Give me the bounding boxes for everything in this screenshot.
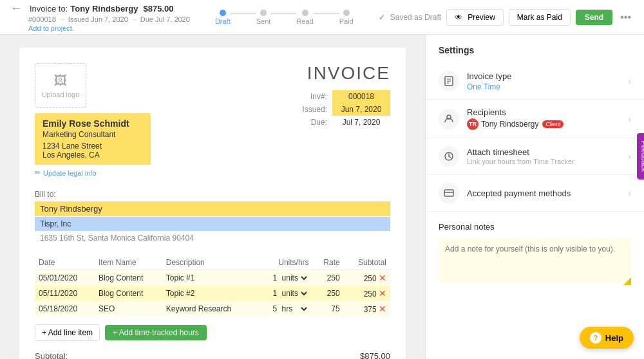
timesheet-content: Attach timesheet Link your hours from Ti… [467,147,628,165]
title-row: ← Invoice to: Tony Rindsbergy $875.00 [10,2,190,15]
unit-type-select[interactable]: units hrs [279,304,309,314]
app-container: ← Invoice to: Tony Rindsbergy $875.00 #0… [0,0,644,359]
cell-rate: 75 [313,301,344,317]
update-legal-link[interactable]: ✏ Update legal info [35,169,151,177]
step-dot-draft [220,10,226,16]
notes-corner [439,238,631,285]
cell-desc: Topic #1 [162,270,256,286]
cell-desc: Topic #2 [162,286,256,301]
cell-units: 5 units hrs [256,301,313,317]
add-line-row: + Add line item + Add time-tracked hours [35,324,390,341]
timesheet-chevron: › [628,151,631,161]
check-icon: ✓ [379,13,385,22]
more-options-button[interactable]: ••• [618,9,634,26]
logo-upload[interactable]: 🖼 Upload logo [35,63,86,108]
step-line-3 [314,13,339,14]
step-label-read: Read [296,17,313,25]
add-project-link[interactable]: Add to project. [28,24,74,32]
client-info-block: Emily Rose Schmidt Marketing Consultant … [35,113,151,165]
invoice-client-name: Tony Rindsbergy [70,4,138,14]
bill-company: Tispr, Inc [35,217,390,231]
invoice-type-section: Invoice type One Time › [426,63,644,100]
help-button[interactable]: ? Help [580,327,634,349]
cell-date: 05/01/2020 [35,270,95,286]
settings-panel: Settings Invoice type One Time › [425,35,644,359]
remove-row-button[interactable]: ✕ [379,304,386,314]
unit-type-select[interactable]: units hrs [279,288,309,299]
invoice-amount: $875.00 [143,4,173,14]
cell-units: 1 units hrs [256,286,313,301]
invoice-number: #000018 [28,15,56,23]
cell-subtotal: 250 ✕ [344,286,390,301]
preview-button[interactable]: 👁 Preview [446,9,504,26]
payment-methods-item[interactable]: Accepted payment methods › [426,175,644,211]
recipient-name: Tony Rindsbergy [481,120,538,129]
col-units: Units/hrs [256,255,313,270]
step-line-1 [231,13,256,14]
subtotal-value: $875.00 [360,351,390,359]
cell-item: Blog Content [95,286,162,301]
invoice-header: 🖼 Upload logo Emily Rose Schmidt Marketi… [35,63,390,177]
personal-notes-title: Personal notes [439,222,631,232]
back-button[interactable]: ← [10,2,22,15]
help-icon: ? [590,332,601,344]
payment-methods-content: Accepted payment methods [467,189,628,198]
add-project-row: Add to project. [28,23,190,33]
personal-notes-textarea[interactable] [439,238,631,283]
inv-value: 000018 [332,90,390,103]
inv-label: Inv#: [302,90,332,103]
cell-desc: Keyword Research [162,301,256,317]
invoice-right: INVOICE Inv#: 000018 Issued: Jun 7, 2020 [302,63,390,129]
remove-row-button[interactable]: ✕ [379,288,386,299]
step-sent: Sent [256,10,271,25]
saved-draft-label: ✓ Saved as Draft [379,13,441,22]
invoice-type-content: Invoice type One Time [467,71,628,91]
invoice-type-label: Invoice type [467,71,628,81]
step-dot-sent [260,10,267,16]
invoice-type-icon [439,71,459,91]
col-rate: Rate [313,255,344,270]
timesheet-sub: Link your hours from Time Tracker [467,158,628,165]
progress-steps: Draft Sent Read Paid [215,10,354,25]
due-value: Jul 7, 2020 [332,116,390,129]
issued-date: Issued Jun 7, 2020 [68,15,128,23]
top-bar-left: ← Invoice to: Tony Rindsbergy $875.00 #0… [10,2,190,33]
recipients-item[interactable]: Recipients TR Tony Rindsbergy Client › [426,100,644,138]
recipients-label: Recipients [467,107,628,117]
payment-methods-icon [439,183,459,203]
arrow-2: → [131,15,138,23]
recipients-icon [439,109,459,129]
feedback-button[interactable]: Feedback [637,133,644,180]
client-address-line2: Los Angeles, CA [43,151,143,160]
invoice-type-item[interactable]: Invoice type One Time › [426,63,644,99]
cell-rate: 250 [313,270,344,286]
invoice-area: 🖼 Upload logo Emily Rose Schmidt Marketi… [0,35,425,359]
cell-item: Blog Content [95,270,162,286]
mark-paid-button[interactable]: Mark as Paid [509,9,571,26]
col-description: Description [162,255,256,270]
remove-row-button[interactable]: ✕ [379,273,386,283]
timesheet-label: Attach timesheet [467,147,628,157]
col-item-name: Item Name [95,255,162,270]
cell-rate: 250 [313,286,344,301]
unit-type-select[interactable]: units hrs [279,273,309,283]
send-button[interactable]: Send [576,10,612,25]
add-time-tracked-button[interactable]: + Add time-tracked hours [105,325,207,340]
cell-date: 05/18/2020 [35,301,95,317]
step-dot-paid [343,10,350,16]
payment-methods-section: Accepted payment methods › [426,175,644,212]
step-label-draft: Draft [215,17,231,25]
cell-date: 05/11/2020 [35,286,95,301]
due-label: Due: [302,116,332,129]
step-dot-read [302,10,308,16]
progress-area: Draft Sent Read Paid [190,10,379,25]
col-subtotal: Subtotal [344,255,390,270]
timesheet-item[interactable]: Attach timesheet Link your hours from Ti… [426,138,644,174]
top-bar: ← Invoice to: Tony Rindsbergy $875.00 #0… [0,0,644,35]
subtotal-row: Subtotal: $875.00 [35,349,390,359]
inv-number-row: Inv#: 000018 [302,90,390,103]
svg-rect-6 [444,190,453,196]
cell-subtotal: 375 ✕ [344,301,390,317]
add-line-item-button[interactable]: + Add line item [35,324,100,341]
client-address-line1: 1234 Lane Street [43,142,143,151]
